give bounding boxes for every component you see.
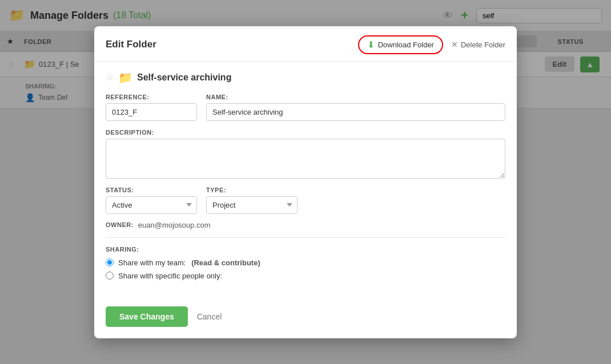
divider <box>106 237 505 238</box>
owner-row: OWNER: euan@mojosoup.com <box>106 221 505 229</box>
modal-header: Edit Folder ⬇ Download Folder ✕ Delete F… <box>94 26 517 62</box>
description-label: DESCRIPTION: <box>106 129 505 136</box>
share-team-radio-row: Share with my team: (Read & contribute) <box>106 258 505 267</box>
type-group: TYPE: Project Personal Team <box>206 187 298 214</box>
status-group: STATUS: Active Inactive Archived <box>106 187 197 214</box>
delete-folder-button[interactable]: ✕ Delete Folder <box>451 40 505 49</box>
edit-folder-modal: Edit Folder ⬇ Download Folder ✕ Delete F… <box>94 26 517 338</box>
modal-title: Edit Folder <box>106 39 156 50</box>
save-changes-button[interactable]: Save Changes <box>106 306 188 327</box>
status-type-row: STATUS: Active Inactive Archived TYPE: P… <box>106 187 505 214</box>
description-textarea[interactable] <box>106 139 505 179</box>
download-folder-label: Download Folder <box>378 41 434 49</box>
download-icon: ⬇ <box>367 39 375 50</box>
reference-input[interactable] <box>106 103 197 121</box>
share-specific-radio[interactable] <box>106 272 114 280</box>
share-team-perm: (Read & contribute) <box>191 258 260 267</box>
sharing-section-label: SHARING: <box>106 246 505 253</box>
modal-folder-icon: 📁 <box>118 71 132 84</box>
share-specific-radio-row: Share with specific people only: <box>106 272 505 280</box>
status-label: STATUS: <box>106 187 197 193</box>
type-select[interactable]: Project Personal Team <box>206 196 298 214</box>
share-specific-label: Share with specific people only: <box>118 272 222 280</box>
owner-value: euan@mojosoup.com <box>138 221 211 229</box>
modal-star-icon[interactable]: ☆ <box>106 72 114 83</box>
delete-x-icon: ✕ <box>451 40 458 49</box>
cancel-button[interactable]: Cancel <box>197 312 222 321</box>
name-input[interactable] <box>206 103 505 121</box>
ref-name-row: REFERENCE: NAME: <box>106 94 505 121</box>
modal-body: ☆ 📁 Self-service archiving REFERENCE: NA… <box>94 62 517 298</box>
reference-label: REFERENCE: <box>106 94 197 100</box>
modal-overlay: Edit Folder ⬇ Download Folder ✕ Delete F… <box>0 0 611 364</box>
status-select[interactable]: Active Inactive Archived <box>106 196 197 214</box>
name-label: NAME: <box>206 94 505 100</box>
share-team-label: Share with my team: (Read & contribute) <box>118 258 260 267</box>
description-group: DESCRIPTION: <box>106 129 505 179</box>
type-label: TYPE: <box>206 187 298 193</box>
name-group: NAME: <box>206 94 505 121</box>
sharing-section-modal: SHARING: Share with my team: (Read & con… <box>106 246 505 280</box>
share-team-radio[interactable] <box>106 258 114 266</box>
owner-label: OWNER: <box>106 221 134 228</box>
modal-folder-name-display: Self-service archiving <box>137 72 231 83</box>
reference-group: REFERENCE: <box>106 94 197 121</box>
modal-header-actions: ⬇ Download Folder ✕ Delete Folder <box>358 35 505 54</box>
modal-footer: Save Changes Cancel <box>94 298 517 338</box>
delete-folder-label: Delete Folder <box>461 41 505 49</box>
modal-folder-title-row: ☆ 📁 Self-service archiving <box>106 71 505 84</box>
download-folder-button[interactable]: ⬇ Download Folder <box>358 35 443 54</box>
